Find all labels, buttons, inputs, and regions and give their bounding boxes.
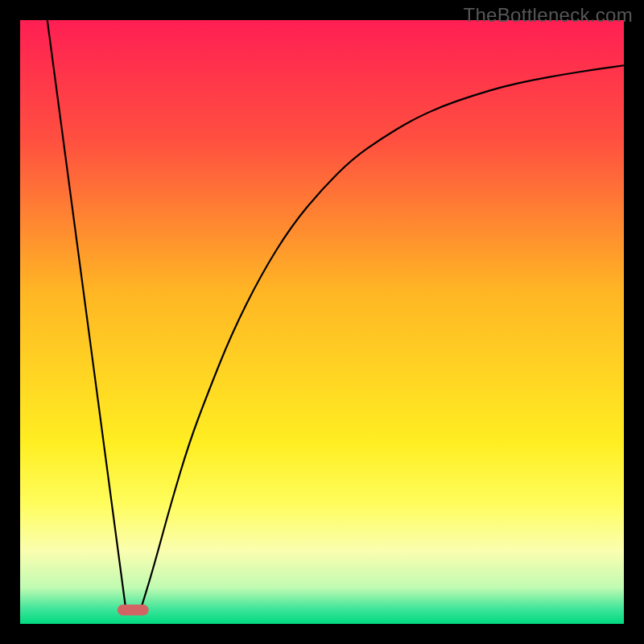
- plot-area: [20, 20, 624, 624]
- minimum-marker: [118, 605, 149, 616]
- chart-svg: [20, 20, 624, 624]
- chart-root: TheBottleneck.com: [0, 0, 644, 644]
- gradient-background: [20, 20, 624, 624]
- watermark-text: TheBottleneck.com: [463, 4, 633, 27]
